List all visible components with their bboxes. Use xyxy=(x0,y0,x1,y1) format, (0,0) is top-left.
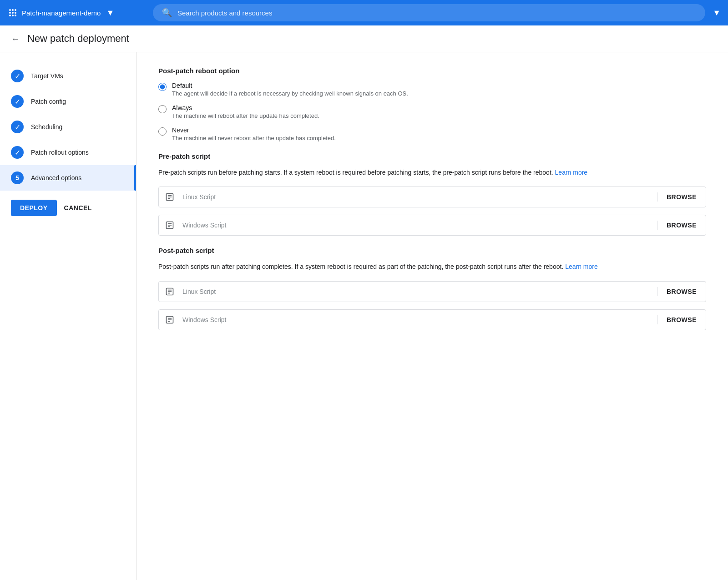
radio-option-never: Never The machine will never reboot afte… xyxy=(158,126,706,141)
sidebar-item-patch-rollout[interactable]: ✓ Patch rollout options xyxy=(0,140,136,165)
step-icon-advanced-options: 5 xyxy=(11,171,24,184)
checkmark-patch-rollout: ✓ xyxy=(15,148,20,157)
postpatch-linux-icon xyxy=(159,282,181,302)
sidebar-label-patch-config: Patch config xyxy=(31,98,66,105)
radio-option-default: Default The agent will decide if a reboo… xyxy=(158,82,706,97)
postpatch-windows-placeholder: Windows Script xyxy=(181,311,657,329)
reboot-section-title: Post-patch reboot option xyxy=(158,67,706,75)
checkmark-patch-config: ✓ xyxy=(15,97,20,106)
step-icon-scheduling: ✓ xyxy=(11,121,24,133)
svg-point-3 xyxy=(9,12,11,14)
prepatch-linux-row: Linux Script BROWSE xyxy=(158,187,706,207)
prepatch-description: Pre-patch scripts run before patching st… xyxy=(158,167,706,177)
sidebar-item-patch-config[interactable]: ✓ Patch config xyxy=(0,89,136,114)
step-number-advanced-options: 5 xyxy=(15,174,19,182)
search-icon: 🔍 xyxy=(162,8,172,18)
prepatch-windows-row: Windows Script BROWSE xyxy=(158,215,706,236)
sidebar-label-advanced-options: Advanced options xyxy=(31,174,81,182)
radio-never-desc: The machine will never reboot after the … xyxy=(172,135,336,141)
sidebar-item-target-vms[interactable]: ✓ Target VMs xyxy=(0,63,136,89)
prepatch-linux-icon xyxy=(159,187,181,207)
prepatch-learn-more-link[interactable]: Learn more xyxy=(555,169,588,176)
prepatch-linux-browse-button[interactable]: BROWSE xyxy=(657,188,706,206)
svg-point-1 xyxy=(12,9,14,11)
top-bar-chevron-right[interactable]: ▼ xyxy=(713,8,721,18)
project-name[interactable]: Patch-management-demo xyxy=(22,9,101,17)
prepatch-linux-placeholder: Linux Script xyxy=(181,188,657,206)
radio-default-label: Default The agent will decide if a reboo… xyxy=(172,82,408,97)
cancel-button[interactable]: CANCEL xyxy=(64,204,92,212)
svg-point-0 xyxy=(9,9,11,11)
radio-always[interactable] xyxy=(158,105,167,113)
radio-always-desc: The machine will reboot after the update… xyxy=(172,112,319,119)
prepatch-windows-icon xyxy=(159,215,181,235)
radio-never-title: Never xyxy=(172,126,336,134)
postpatch-windows-icon xyxy=(159,310,181,330)
radio-always-title: Always xyxy=(172,104,319,111)
sidebar-label-patch-rollout: Patch rollout options xyxy=(31,149,89,156)
svg-point-6 xyxy=(9,15,11,16)
svg-point-8 xyxy=(15,15,16,16)
search-bar[interactable]: 🔍 Search products and resources xyxy=(153,4,705,21)
postpatch-section-title: Post-patch script xyxy=(158,247,706,254)
step-icon-target-vms: ✓ xyxy=(11,70,24,82)
svg-point-2 xyxy=(15,9,16,11)
radio-default-title: Default xyxy=(172,82,408,89)
deploy-button[interactable]: DEPLOY xyxy=(11,200,57,216)
prepatch-windows-placeholder: Windows Script xyxy=(181,216,657,234)
prepatch-windows-browse-button[interactable]: BROWSE xyxy=(657,216,706,234)
search-placeholder: Search products and resources xyxy=(177,9,272,17)
main-layout: ✓ Target VMs ✓ Patch config ✓ Scheduling… xyxy=(0,52,728,580)
svg-point-4 xyxy=(12,12,14,14)
radio-always-label: Always The machine will reboot after the… xyxy=(172,104,319,119)
postpatch-description: Post-patch scripts run after patching co… xyxy=(158,262,706,272)
prepatch-section-title: Pre-patch script xyxy=(158,152,706,160)
sidebar: ✓ Target VMs ✓ Patch config ✓ Scheduling… xyxy=(0,52,136,580)
postpatch-learn-more-link[interactable]: Learn more xyxy=(565,263,598,270)
sidebar-actions: DEPLOY CANCEL xyxy=(0,191,136,225)
step-icon-patch-rollout: ✓ xyxy=(11,146,24,159)
page-header: ← New patch deployment xyxy=(0,25,728,52)
radio-never-label: Never The machine will never reboot afte… xyxy=(172,126,336,141)
radio-option-always: Always The machine will reboot after the… xyxy=(158,104,706,119)
sidebar-label-scheduling: Scheduling xyxy=(31,123,62,131)
sidebar-item-advanced-options[interactable]: 5 Advanced options xyxy=(0,165,136,191)
radio-default[interactable] xyxy=(158,83,167,91)
radio-never[interactable] xyxy=(158,127,167,136)
postpatch-linux-row: Linux Script BROWSE xyxy=(158,281,706,302)
apps-icon[interactable] xyxy=(7,7,18,18)
content-area: Post-patch reboot option Default The age… xyxy=(136,52,728,580)
postpatch-linux-placeholder: Linux Script xyxy=(181,282,657,301)
back-button[interactable]: ← xyxy=(11,34,20,44)
top-bar: Patch-management-demo ▼ 🔍 Search product… xyxy=(0,0,728,25)
postpatch-windows-row: Windows Script BROWSE xyxy=(158,309,706,330)
svg-point-7 xyxy=(12,15,14,16)
sidebar-item-scheduling[interactable]: ✓ Scheduling xyxy=(0,114,136,140)
page-title: New patch deployment xyxy=(27,33,129,45)
top-bar-right: ▼ xyxy=(705,8,721,18)
svg-point-5 xyxy=(15,12,16,14)
postpatch-linux-browse-button[interactable]: BROWSE xyxy=(657,282,706,301)
checkmark-scheduling: ✓ xyxy=(15,123,20,131)
project-dropdown-icon[interactable]: ▼ xyxy=(106,8,114,18)
radio-default-desc: The agent will decide if a reboot is nec… xyxy=(172,90,408,97)
sidebar-label-target-vms: Target VMs xyxy=(31,72,63,80)
step-icon-patch-config: ✓ xyxy=(11,95,24,108)
top-bar-left: Patch-management-demo ▼ xyxy=(7,7,153,18)
reboot-radio-group: Default The agent will decide if a reboo… xyxy=(158,82,706,141)
checkmark-target-vms: ✓ xyxy=(15,72,20,81)
postpatch-windows-browse-button[interactable]: BROWSE xyxy=(657,311,706,329)
